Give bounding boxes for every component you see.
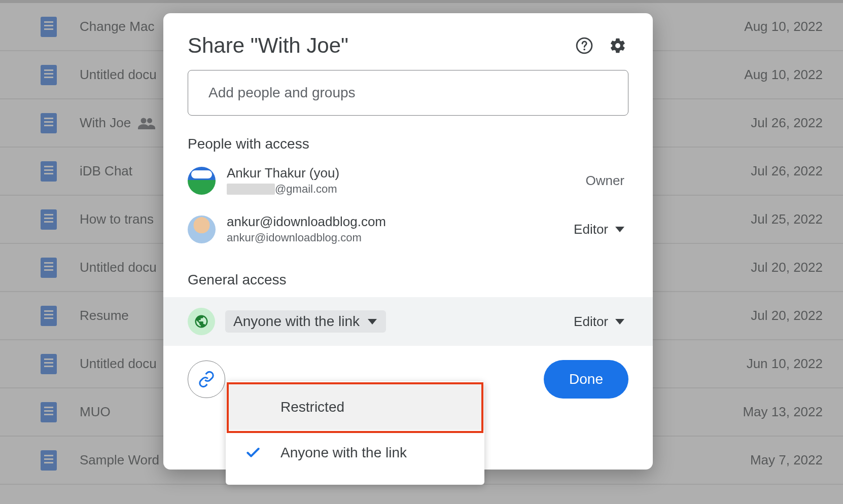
dialog-title: Share "With Joe" <box>188 33 563 58</box>
person-row: ankur@idownloadblog.com ankur@idownloadb… <box>163 210 653 248</box>
help-icon[interactable] <box>572 33 596 58</box>
gear-icon[interactable] <box>606 33 630 58</box>
chevron-down-icon <box>368 319 377 325</box>
access-menu: Restricted Anyone with the link <box>226 381 484 485</box>
general-access-dropdown[interactable]: Anyone with the link <box>225 310 386 333</box>
role-label: Editor <box>574 314 608 330</box>
person-name: Ankur Thakur (you) <box>227 165 585 181</box>
person-row: Ankur Thakur (you) @gmail.com Owner <box>163 161 653 200</box>
general-access-heading: General access <box>188 272 628 288</box>
role-label: Editor <box>574 222 608 237</box>
owner-label: Owner <box>585 173 624 189</box>
general-role-dropdown[interactable]: Editor <box>574 314 624 330</box>
general-access-row: Anyone with the link Editor <box>163 297 653 346</box>
redacted-text <box>227 184 275 195</box>
general-access-selected: Anyone with the link <box>233 313 360 330</box>
person-email: @gmail.com <box>227 183 585 196</box>
add-people-input[interactable] <box>188 70 628 116</box>
person-email: ankur@idownloadblog.com <box>227 231 574 244</box>
copy-link-button[interactable] <box>188 361 225 398</box>
globe-icon <box>188 308 215 335</box>
people-with-access-heading: People with access <box>188 136 628 152</box>
chevron-down-icon <box>615 319 624 325</box>
done-button[interactable]: Done <box>544 360 628 399</box>
menu-item-restricted[interactable]: Restricted <box>226 384 484 430</box>
svg-point-3 <box>583 49 585 51</box>
chevron-down-icon <box>615 227 624 232</box>
menu-item-anyone[interactable]: Anyone with the link <box>226 430 484 476</box>
person-name: ankur@idownloadblog.com <box>227 214 574 230</box>
add-people-field[interactable] <box>207 84 609 101</box>
avatar <box>188 167 216 195</box>
role-dropdown[interactable]: Editor <box>574 222 624 237</box>
avatar <box>188 215 216 243</box>
check-icon <box>241 445 265 461</box>
